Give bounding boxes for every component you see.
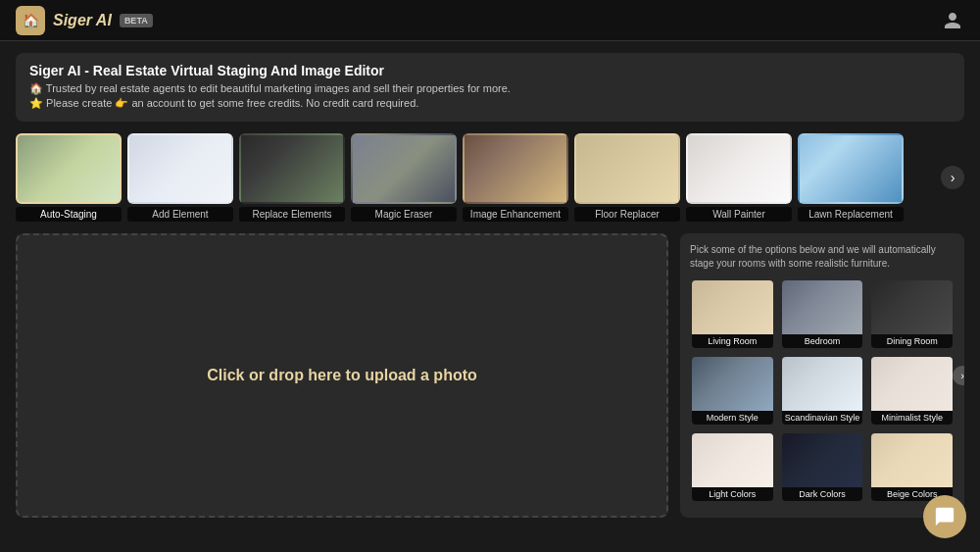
tool-thumb-5 [463,133,568,204]
tool-label-7: Wall Painter [686,207,792,222]
tool-auto-staging[interactable]: Auto-Staging [16,133,122,222]
chat-bubble[interactable] [923,495,966,538]
option-label-modern: Modern Style [692,411,773,425]
option-thumb-scandi [782,357,863,411]
logo-icon: 🏠 [16,6,45,35]
option-label-scandi: Scandinavian Style [782,411,863,425]
option-bedroom[interactable]: Bedroom [780,278,865,350]
tool-magic-eraser[interactable]: Magic Eraser [351,133,457,222]
option-thumb-minimal [871,357,953,411]
tool-label-3: Replace Elements [239,207,345,222]
banner-title: Siger AI - Real Estate Virtual Staging A… [29,63,951,78]
option-thumb-light [692,433,773,487]
tool-items: Auto-Staging Add Element Replace Element… [16,133,941,222]
tool-lawn-replacement[interactable]: Lawn Replacement [798,133,904,222]
option-thumb-dining [871,280,953,334]
option-label-light: Light Colors [692,487,773,501]
colors-row: Light Colors Dark Colors Beige Colors [690,431,955,503]
tool-label-1: Auto-Staging [16,207,122,222]
bottom-section: Click or drop here to upload a photo Pic… [16,233,964,518]
option-label-living: Living Room [692,334,773,348]
tool-replace-elements[interactable]: Replace Elements [239,133,345,222]
logo-text: Siger AI [53,12,112,29]
room-types-row: Living Room Bedroom Dining Room [690,278,955,350]
option-thumb-beige [871,433,953,487]
user-icon[interactable] [941,9,964,32]
beta-badge: BETA [120,14,153,27]
option-label-dark: Dark Colors [782,487,863,501]
option-minimal[interactable]: Minimalist Style [869,355,955,427]
tool-label-8: Lawn Replacement [798,207,904,222]
option-modern[interactable]: Modern Style [690,355,775,427]
option-label-bedroom: Bedroom [782,334,863,348]
tool-carousel: Auto-Staging Add Element Replace Element… [16,133,964,222]
styles-row: Modern Style Scandinavian Style Minimali… [690,355,955,427]
tool-floor-replacer[interactable]: Floor Replacer [574,133,680,222]
main-content: Siger AI - Real Estate Virtual Staging A… [0,41,980,552]
tool-thumb-7 [686,133,792,204]
option-scandi[interactable]: Scandinavian Style [780,355,865,427]
header-left: 🏠 Siger AI BETA [16,6,153,35]
tool-wall-painter[interactable]: Wall Painter [686,133,792,222]
options-description: Pick some of the options below and we wi… [690,243,955,271]
banner-line1: 🏠 Trusted by real estate agents to edit … [29,82,951,95]
tool-thumb-2 [127,133,233,204]
info-banner: Siger AI - Real Estate Virtual Staging A… [16,53,964,122]
option-label-minimal: Minimalist Style [871,411,953,425]
option-label-dining: Dining Room [871,334,953,348]
tool-thumb-3 [239,133,345,204]
tool-label-2: Add Element [127,207,233,222]
tool-thumb-8 [798,133,904,204]
option-light-colors[interactable]: Light Colors [690,431,775,503]
tool-label-6: Floor Replacer [574,207,680,222]
options-panel: Pick some of the options below and we wi… [680,233,964,518]
option-thumb-dark [782,433,863,487]
tool-image-enhancement[interactable]: Image Enhancement [463,133,568,222]
tool-thumb-1 [16,133,122,204]
tool-label-5: Image Enhancement [463,207,568,222]
option-dining-room[interactable]: Dining Room [869,278,955,350]
tool-label-4: Magic Eraser [351,207,457,222]
option-thumb-living [692,280,773,334]
header: 🏠 Siger AI BETA [0,0,980,41]
banner-line2: ⭐ Please create 👉 an account to get some… [29,97,951,110]
option-thumb-modern [692,357,773,411]
option-beige-colors[interactable]: Beige Colors [869,431,955,503]
carousel-next-arrow[interactable]: › [941,166,964,189]
tool-thumb-4 [351,133,457,204]
tool-thumb-6 [574,133,680,204]
upload-text: Click or drop here to upload a photo [207,367,477,384]
upload-area[interactable]: Click or drop here to upload a photo [16,233,668,518]
option-thumb-bedroom [782,280,863,334]
option-living-room[interactable]: Living Room [690,278,775,350]
tool-add-element[interactable]: Add Element [127,133,233,222]
option-dark-colors[interactable]: Dark Colors [780,431,865,503]
options-wrapper: Living Room Bedroom Dining Room [690,278,955,508]
